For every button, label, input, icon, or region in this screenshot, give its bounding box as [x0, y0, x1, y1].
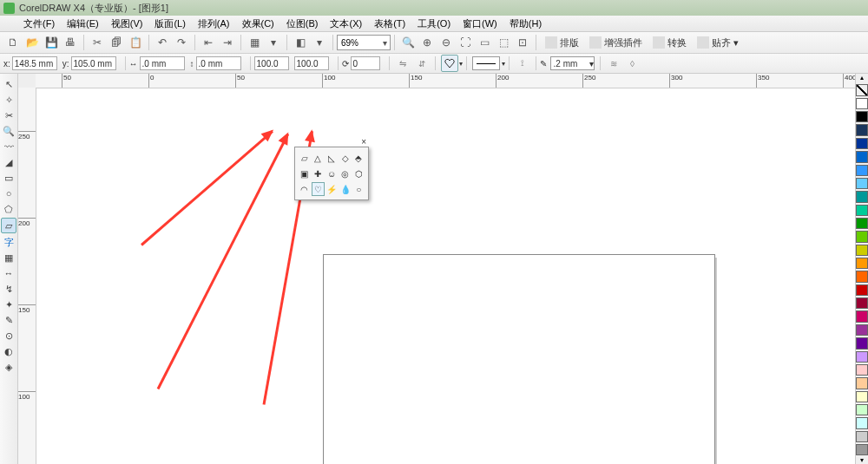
- color-swatch[interactable]: [856, 324, 868, 336]
- x-position-input[interactable]: 148.5 mm: [12, 56, 57, 70]
- scale-x-input[interactable]: 100.0: [254, 56, 289, 70]
- smart-fill-tool-icon[interactable]: ◢: [2, 155, 16, 169]
- text-tool-icon[interactable]: 字: [2, 235, 16, 249]
- menu-help[interactable]: 帮助(H): [503, 17, 548, 30]
- color-swatch[interactable]: [856, 124, 868, 135]
- zoom-tool-icon[interactable]: 🔍: [400, 35, 416, 50]
- right-triangle-shape-icon[interactable]: ◺: [326, 151, 339, 165]
- new-icon[interactable]: 🗋: [5, 35, 21, 50]
- mirror-v-icon[interactable]: ⇵: [414, 56, 430, 71]
- line-start-icon[interactable]: ⟟: [515, 56, 530, 71]
- effects-tool-icon[interactable]: ✦: [2, 297, 16, 311]
- lightning-shape-icon[interactable]: ⚡: [326, 182, 339, 196]
- color-swatch[interactable]: [856, 310, 868, 322]
- menu-edit[interactable]: 编辑(E): [61, 17, 105, 30]
- menu-text[interactable]: 文本(X): [324, 17, 368, 30]
- perfect-shape-picker[interactable]: [441, 55, 458, 72]
- eyedropper-tool-icon[interactable]: ✎: [2, 313, 16, 327]
- color-swatch[interactable]: [856, 231, 868, 242]
- redo-icon[interactable]: ↷: [174, 35, 189, 50]
- width-input[interactable]: .0 mm: [140, 56, 185, 70]
- print-icon[interactable]: 🖶: [62, 35, 78, 50]
- color-swatch[interactable]: [856, 258, 868, 269]
- zoom-fit-icon[interactable]: ⛶: [457, 35, 473, 50]
- menu-file[interactable]: 文件(F): [17, 17, 61, 30]
- save-icon[interactable]: 💾: [43, 35, 59, 50]
- color-swatch[interactable]: [856, 337, 868, 349]
- export-icon[interactable]: ⇥: [220, 35, 235, 50]
- trapezoid-shape-icon[interactable]: ▱: [299, 151, 312, 165]
- ruler-origin[interactable]: [18, 74, 36, 88]
- donut-shape-icon[interactable]: ◎: [339, 167, 352, 180]
- polygon-tool-icon[interactable]: ⬠: [2, 202, 16, 216]
- color-swatch[interactable]: [856, 245, 868, 256]
- dropdown-arrow-icon[interactable]: ▾: [312, 35, 327, 50]
- open-icon[interactable]: 📂: [24, 35, 40, 50]
- diamond-shape-icon[interactable]: ◇: [339, 151, 352, 165]
- color-swatch[interactable]: [856, 165, 868, 176]
- menu-table[interactable]: 表格(T): [368, 17, 411, 30]
- plugin-button[interactable]: 增强插件: [589, 36, 642, 49]
- dropdown-arrow-icon[interactable]: ▾: [459, 60, 463, 68]
- menu-bitmap[interactable]: 位图(B): [280, 17, 325, 30]
- mirror-h-icon[interactable]: ⇋: [395, 56, 411, 71]
- color-swatch[interactable]: [856, 444, 868, 455]
- menu-arrange[interactable]: 排列(A): [192, 17, 236, 30]
- vertical-ruler[interactable]: 250 200 150 100: [18, 88, 36, 464]
- dimension-tool-icon[interactable]: ↔: [2, 266, 16, 280]
- color-swatch[interactable]: [856, 151, 868, 162]
- dropdown-arrow-icon[interactable]: ▾: [266, 35, 281, 50]
- fill-tool-icon[interactable]: ◐: [2, 344, 16, 358]
- welcome-icon[interactable]: ◧: [293, 35, 308, 50]
- crop-tool-icon[interactable]: ✂: [2, 108, 16, 122]
- zoom-in-icon[interactable]: ⊕: [419, 35, 435, 50]
- layout-button[interactable]: 排版: [545, 36, 579, 49]
- color-swatch[interactable]: [856, 364, 868, 376]
- menu-view[interactable]: 视图(V): [105, 17, 149, 30]
- menu-effects[interactable]: 效果(C): [236, 17, 280, 30]
- zoom-tool-icon[interactable]: 🔍: [2, 124, 16, 138]
- hexagon-shape-icon[interactable]: ⬡: [352, 167, 365, 180]
- zoom-page-icon[interactable]: ▭: [477, 35, 492, 50]
- pick-tool-icon[interactable]: ↖: [2, 77, 16, 91]
- menu-tools[interactable]: 工具(O): [411, 17, 457, 30]
- cut-icon[interactable]: ✂: [89, 35, 105, 50]
- palette-scroll-down-icon[interactable]: ▾: [856, 456, 868, 464]
- color-swatch[interactable]: [856, 377, 868, 389]
- color-swatch[interactable]: [856, 284, 868, 296]
- ellipse-tool-icon[interactable]: ○: [2, 186, 16, 200]
- import-icon[interactable]: ⇤: [201, 35, 216, 50]
- outline-width-select[interactable]: .2 mm ▾: [550, 56, 595, 70]
- color-swatch[interactable]: [856, 431, 868, 442]
- color-swatch[interactable]: [856, 417, 868, 428]
- basic-shapes-tool-icon[interactable]: ▱: [1, 218, 16, 233]
- menu-window[interactable]: 窗口(W): [457, 17, 503, 30]
- heart-shape-icon[interactable]: ♡: [312, 182, 325, 196]
- color-swatch[interactable]: [856, 297, 868, 309]
- zoom-out-icon[interactable]: ⊖: [438, 35, 454, 50]
- freehand-tool-icon[interactable]: 〰: [2, 140, 16, 154]
- arc-shape-icon[interactable]: ◠: [299, 182, 312, 196]
- no-fill-swatch[interactable]: [856, 84, 868, 95]
- zoom-level-select[interactable]: 69% ▾: [337, 35, 391, 50]
- ring-shape-icon[interactable]: ○: [352, 182, 365, 196]
- smiley-shape-icon[interactable]: ☺: [326, 167, 339, 180]
- zoom-selection-icon[interactable]: ⬚: [496, 35, 511, 50]
- frame-shape-icon[interactable]: ▣: [299, 167, 312, 180]
- color-swatch[interactable]: [856, 98, 868, 109]
- close-icon[interactable]: ×: [361, 137, 366, 147]
- undo-icon[interactable]: ↶: [155, 35, 170, 50]
- color-swatch[interactable]: [856, 404, 868, 415]
- connector-tool-icon[interactable]: ↯: [2, 282, 16, 296]
- color-swatch[interactable]: [856, 178, 868, 189]
- color-swatch[interactable]: [856, 271, 868, 282]
- scale-y-input[interactable]: 100.0: [294, 56, 329, 70]
- wrap-text-icon[interactable]: ≋: [606, 56, 621, 71]
- color-swatch[interactable]: [856, 111, 868, 122]
- y-position-input[interactable]: 105.0 mm: [71, 56, 116, 70]
- cylinder-shape-icon[interactable]: ⬘: [352, 151, 365, 165]
- shape-tool-icon[interactable]: ✧: [2, 93, 16, 107]
- rotation-input[interactable]: 0: [351, 56, 380, 70]
- snap-button[interactable]: 贴齐▾: [697, 36, 739, 49]
- drawing-page[interactable]: [323, 254, 715, 464]
